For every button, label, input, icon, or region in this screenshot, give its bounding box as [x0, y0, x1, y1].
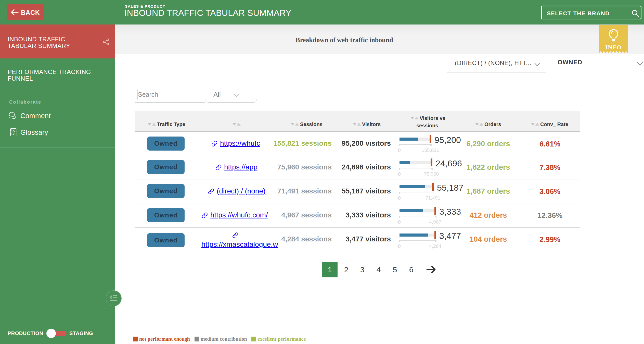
svg-text:A: A — [12, 129, 15, 132]
svg-text:Z: Z — [13, 132, 15, 136]
